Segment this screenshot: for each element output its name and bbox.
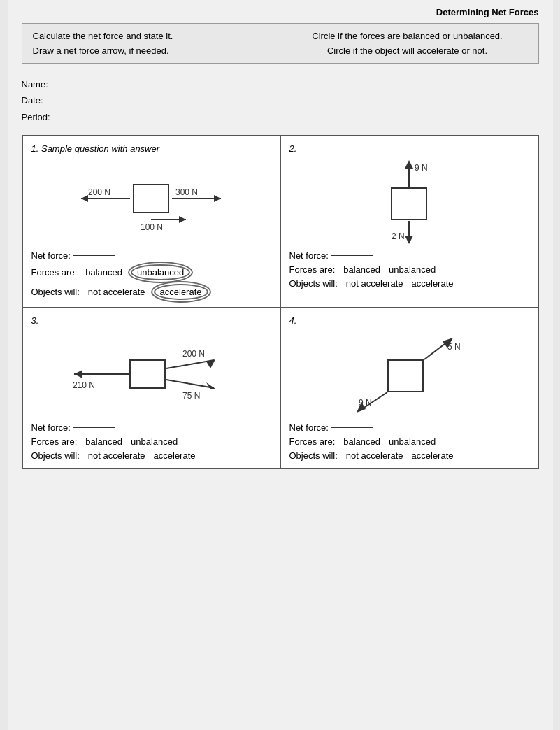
q1-objects-row: Objects will: not accelerate accelerate xyxy=(31,284,271,300)
instruction-3: Draw a net force arrow, if needed. xyxy=(33,45,273,56)
instruction-1: Calculate the net force and state it. xyxy=(33,31,273,41)
q3-accelerate: accelerate xyxy=(154,450,196,461)
q2-diagram: 9 N 2 N xyxy=(289,157,529,248)
q1-forces-label: Forces are: xyxy=(31,267,78,278)
q3-net-force-label: Net force: xyxy=(31,422,71,433)
q1-not-accelerate: not accelerate xyxy=(88,287,145,297)
q2-forces-row: Forces are: balanced unbalanced xyxy=(289,264,529,275)
q4-unbalanced: unbalanced xyxy=(389,436,436,447)
q3-forces-row: Forces are: balanced unbalanced xyxy=(31,436,271,447)
q2-net-force-label: Net force: xyxy=(289,250,329,261)
q4-net-force: Net force: xyxy=(289,422,529,433)
svg-text:2 N: 2 N xyxy=(392,231,405,241)
q3-objects-label: Objects will: xyxy=(31,450,80,461)
page-title: Determining Net Forces xyxy=(22,7,539,17)
q2-number: 2. xyxy=(289,143,529,154)
svg-rect-17 xyxy=(130,360,165,388)
q1-net-force: Net force: xyxy=(31,250,271,261)
q3-net-force-blank xyxy=(73,427,115,428)
q3-net-force: Net force: xyxy=(31,422,271,433)
q1-unbalanced-circled: unbalanced xyxy=(131,264,190,280)
svg-line-21 xyxy=(166,360,214,368)
q4-objects-row: Objects will: not accelerate accelerate xyxy=(289,450,529,461)
q2-balanced: balanced xyxy=(343,264,380,275)
q3-unbalanced: unbalanced xyxy=(131,436,178,447)
q4-forces-label: Forces are: xyxy=(289,436,336,447)
svg-marker-12 xyxy=(405,160,413,169)
svg-marker-5 xyxy=(214,195,221,202)
q4-objects-label: Objects will: xyxy=(289,450,338,461)
q2-unbalanced: unbalanced xyxy=(389,264,436,275)
instruction-2: Circle if the forces are balanced or unb… xyxy=(287,31,528,41)
q2-objects-label: Objects will: xyxy=(289,278,338,289)
q3-number: 3. xyxy=(31,315,271,326)
q4-number: 4. xyxy=(289,315,529,326)
svg-marker-8 xyxy=(179,216,186,223)
q3-diagram: 210 N 200 N 75 N xyxy=(31,329,271,420)
q3-svg: 210 N 200 N 75 N xyxy=(60,332,242,416)
q4-net-force-blank xyxy=(331,427,373,428)
questions-grid: 1. Sample question with answer 200 N 300… xyxy=(22,135,539,469)
svg-text:5 N: 5 N xyxy=(447,342,461,352)
q2-svg: 9 N 2 N xyxy=(353,160,465,244)
q2-not-accelerate: not accelerate xyxy=(346,278,403,289)
q2-accelerate: accelerate xyxy=(412,278,454,289)
svg-text:200 N: 200 N xyxy=(88,187,110,197)
q1-number: 1. Sample question with answer xyxy=(31,143,271,154)
svg-marker-2 xyxy=(81,195,88,202)
q3-balanced: balanced xyxy=(85,436,122,447)
q3-forces-label: Forces are: xyxy=(31,436,78,447)
q1-balanced: balanced xyxy=(85,267,122,278)
instructions-box: Calculate the net force and state it. Ci… xyxy=(22,23,539,64)
svg-text:75 N: 75 N xyxy=(182,391,200,401)
q1-net-force-blank xyxy=(73,255,115,256)
q1-accelerate-circled: accelerate xyxy=(154,284,208,300)
q2-net-force: Net force: xyxy=(289,250,529,261)
name-section: Name: Date: Period: xyxy=(22,76,539,125)
cell-q2: 2. 9 N 2 N Net force: xyxy=(280,136,538,308)
q4-svg: 5 N 9 N xyxy=(339,329,479,420)
q3-objects-row: Objects will: not accelerate accelerate xyxy=(31,450,271,461)
period-label: Period: xyxy=(22,109,539,125)
page: Determining Net Forces Calculate the net… xyxy=(8,0,553,730)
svg-marker-15 xyxy=(405,236,413,244)
cell-q3: 3. 210 N 200 N 75 N xyxy=(22,308,280,468)
q4-balanced: balanced xyxy=(343,436,380,447)
q4-net-force-label: Net force: xyxy=(289,422,329,433)
q1-diagram: 200 N 300 N 100 N xyxy=(31,157,271,248)
cell-q4: 4. 5 N 9 N Net force: xyxy=(280,308,538,468)
q1-objects-label: Objects will: xyxy=(31,287,80,297)
svg-line-24 xyxy=(166,380,214,388)
cell-q1: 1. Sample question with answer 200 N 300… xyxy=(22,136,280,308)
svg-marker-25 xyxy=(206,382,215,389)
name-label: Name: xyxy=(22,76,539,92)
svg-rect-10 xyxy=(392,188,426,220)
svg-text:300 N: 300 N xyxy=(175,187,198,197)
q1-net-force-label: Net force: xyxy=(31,250,71,261)
svg-text:9 N: 9 N xyxy=(359,398,372,408)
instruction-4: Circle if the object will accelerate or … xyxy=(287,45,528,56)
q4-forces-row: Forces are: balanced unbalanced xyxy=(289,436,529,447)
svg-marker-19 xyxy=(74,370,82,378)
q4-accelerate: accelerate xyxy=(412,450,454,461)
svg-text:210 N: 210 N xyxy=(73,380,95,390)
q2-forces-label: Forces are: xyxy=(289,264,336,275)
svg-rect-27 xyxy=(388,360,423,392)
svg-text:200 N: 200 N xyxy=(182,349,205,359)
date-label: Date: xyxy=(22,92,539,108)
q2-objects-row: Objects will: not accelerate accelerate xyxy=(289,278,529,289)
svg-text:100 N: 100 N xyxy=(141,222,163,232)
svg-rect-0 xyxy=(134,185,168,213)
q4-not-accelerate: not accelerate xyxy=(346,450,403,461)
q1-forces-row: Forces are: balanced unbalanced xyxy=(31,264,271,280)
q2-net-force-blank xyxy=(331,255,373,256)
q1-svg: 200 N 300 N 100 N xyxy=(67,164,235,241)
q4-diagram: 5 N 9 N xyxy=(289,329,529,420)
q3-not-accelerate: not accelerate xyxy=(88,450,145,461)
svg-text:9 N: 9 N xyxy=(415,163,428,173)
